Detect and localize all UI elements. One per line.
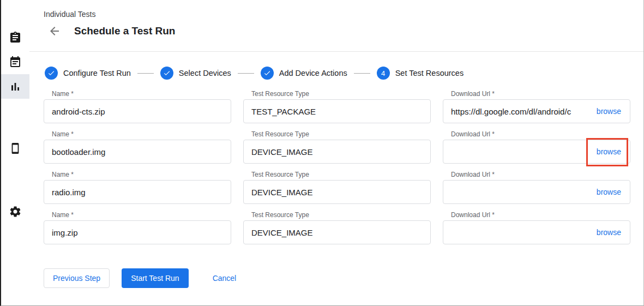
resource-row: Name * Test Resource Type Download Url *… bbox=[44, 131, 630, 164]
url-input[interactable] bbox=[451, 228, 591, 237]
name-input[interactable] bbox=[52, 147, 223, 157]
step-indicator bbox=[45, 67, 58, 80]
resource-row: Name * Test Resource Type Download Url *… bbox=[44, 171, 630, 204]
step-connector bbox=[137, 73, 154, 74]
name-input[interactable] bbox=[52, 107, 223, 116]
type-field-label: Test Resource Type bbox=[243, 212, 431, 218]
app-window: Individual Tests Schedule a Test Run Con… bbox=[0, 0, 644, 306]
url-field-box: browse bbox=[443, 99, 630, 123]
url-field: Download Url * browse bbox=[443, 131, 630, 164]
stepper-step[interactable]: Select Devices bbox=[160, 67, 231, 80]
url-field-label: Download Url * bbox=[443, 212, 630, 218]
bar-chart-icon bbox=[9, 80, 22, 93]
name-field-label: Name * bbox=[44, 131, 231, 137]
name-field-box bbox=[44, 220, 231, 244]
previous-step-button[interactable]: Previous Step bbox=[44, 268, 110, 288]
url-input[interactable] bbox=[451, 188, 591, 197]
browse-link[interactable]: browse bbox=[595, 227, 622, 238]
type-input[interactable] bbox=[251, 228, 423, 237]
step-indicator bbox=[160, 67, 173, 80]
gear-icon bbox=[9, 205, 22, 218]
url-field: Download Url * browse bbox=[443, 212, 630, 244]
url-field-box: browse bbox=[443, 220, 630, 244]
url-field: Download Url * browse bbox=[443, 171, 630, 204]
url-field-label: Download Url * bbox=[443, 131, 630, 137]
calendar-icon bbox=[9, 56, 22, 69]
name-field: Name * bbox=[44, 131, 231, 164]
name-field-label: Name * bbox=[44, 91, 231, 97]
type-input[interactable] bbox=[251, 147, 423, 157]
name-field: Name * bbox=[44, 212, 231, 244]
step-label: Configure Test Run bbox=[63, 69, 131, 77]
step-label: Select Devices bbox=[179, 69, 231, 77]
name-input[interactable] bbox=[52, 228, 223, 237]
type-input[interactable] bbox=[251, 188, 423, 197]
action-bar: Previous Step Start Test Run Cancel bbox=[44, 268, 630, 288]
step-connector bbox=[238, 73, 254, 74]
name-field-box bbox=[44, 180, 231, 204]
back-button[interactable] bbox=[48, 25, 61, 38]
sidebar-item-tests[interactable] bbox=[1, 25, 29, 50]
type-field: Test Resource Type bbox=[243, 212, 431, 244]
type-field-box bbox=[243, 220, 431, 244]
sidebar-item-test-runs[interactable] bbox=[1, 74, 29, 99]
stepper-step[interactable]: Add Device Actions bbox=[261, 67, 347, 80]
step-label: Add Device Actions bbox=[279, 69, 347, 77]
type-field-box bbox=[243, 180, 431, 204]
url-field-label: Download Url * bbox=[443, 171, 630, 178]
smartphone-icon bbox=[9, 142, 21, 154]
type-field-label: Test Resource Type bbox=[243, 91, 431, 97]
step-connector bbox=[354, 73, 370, 74]
type-field: Test Resource Type bbox=[243, 171, 431, 204]
name-field-label: Name * bbox=[44, 212, 231, 218]
sidebar-item-test-plans[interactable] bbox=[1, 50, 29, 74]
type-input[interactable] bbox=[251, 107, 423, 116]
name-field-box bbox=[44, 99, 231, 123]
browse-link[interactable]: browse bbox=[595, 106, 622, 117]
step-label: Set Test Resources bbox=[395, 69, 464, 77]
breadcrumb: Individual Tests bbox=[44, 10, 630, 19]
name-field: Name * bbox=[44, 91, 231, 123]
step-indicator: 4 bbox=[377, 67, 390, 80]
main-content: Individual Tests Schedule a Test Run Con… bbox=[29, 0, 643, 305]
start-test-run-button[interactable]: Start Test Run bbox=[122, 268, 188, 288]
step-indicator bbox=[261, 67, 274, 80]
resource-rows: Name * Test Resource Type Download Url *… bbox=[44, 91, 630, 244]
type-field-label: Test Resource Type bbox=[243, 171, 431, 178]
resource-row: Name * Test Resource Type Download Url *… bbox=[44, 91, 630, 123]
type-field: Test Resource Type bbox=[243, 91, 431, 123]
url-input[interactable] bbox=[451, 107, 591, 116]
url-field-label: Download Url * bbox=[443, 91, 630, 97]
check-icon bbox=[163, 69, 171, 77]
name-field: Name * bbox=[44, 171, 231, 204]
stepper-step[interactable]: 4 Set Test Resources bbox=[377, 67, 464, 80]
check-icon bbox=[263, 69, 271, 77]
assignment-icon bbox=[9, 31, 22, 44]
browse-link[interactable]: browse bbox=[595, 187, 622, 197]
name-field-label: Name * bbox=[44, 171, 231, 178]
type-field-label: Test Resource Type bbox=[243, 131, 431, 137]
url-field-box: browse bbox=[443, 180, 630, 204]
type-field: Test Resource Type bbox=[243, 131, 431, 164]
step-number: 4 bbox=[381, 69, 385, 77]
name-field-box bbox=[44, 140, 231, 164]
browse-link[interactable]: browse bbox=[595, 146, 622, 157]
stepper: Configure Test Run Select Devices Add De… bbox=[44, 67, 630, 80]
page-header: Individual Tests Schedule a Test Run bbox=[29, 0, 643, 52]
check-icon bbox=[47, 69, 55, 77]
stepper-step[interactable]: Configure Test Run bbox=[45, 67, 131, 80]
type-field-box bbox=[243, 99, 431, 123]
cancel-button[interactable]: Cancel bbox=[210, 268, 239, 288]
arrow-back-icon bbox=[48, 25, 61, 38]
sidebar-item-settings[interactable] bbox=[1, 199, 29, 224]
url-field-box: browse bbox=[443, 140, 630, 164]
url-field: Download Url * browse bbox=[443, 91, 630, 123]
url-input[interactable] bbox=[451, 147, 591, 157]
page-title: Schedule a Test Run bbox=[74, 25, 175, 37]
sidebar bbox=[1, 0, 29, 305]
resource-row: Name * Test Resource Type Download Url *… bbox=[44, 212, 630, 244]
name-input[interactable] bbox=[52, 188, 223, 197]
sidebar-item-devices[interactable] bbox=[1, 136, 29, 160]
type-field-box bbox=[243, 140, 431, 164]
